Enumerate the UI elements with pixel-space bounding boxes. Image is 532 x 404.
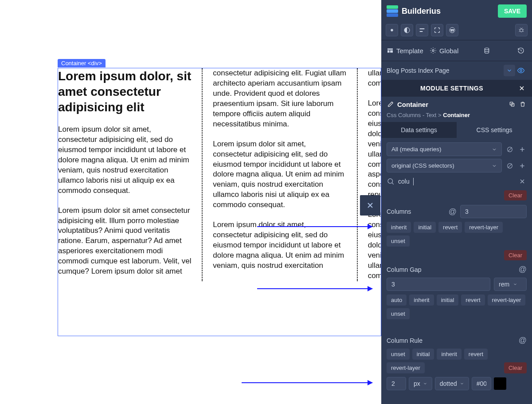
- svg-point-11: [520, 70, 522, 72]
- token-chip[interactable]: initial: [437, 294, 459, 306]
- apply-all-icon[interactable]: @: [449, 207, 457, 216]
- preview-button[interactable]: [515, 65, 527, 76]
- module-settings-header: MODULE SETTINGS: [381, 80, 532, 97]
- empty-set-icon[interactable]: [505, 161, 514, 170]
- columns-tokens: inherit initial revert revert-layer unse…: [387, 222, 527, 247]
- columns-label: Columns: [387, 208, 445, 215]
- annotation-arrow: [257, 288, 372, 289]
- token-chip[interactable]: revert: [438, 222, 462, 233]
- close-module-button[interactable]: [517, 83, 527, 93]
- token-chip[interactable]: auto: [387, 294, 407, 306]
- panel-topbar: Builderius SAVE: [381, 0, 532, 22]
- brand-logo: Builderius: [387, 5, 441, 17]
- columns-input[interactable]: [460, 205, 527, 218]
- token-chip[interactable]: revert: [461, 294, 485, 306]
- paragraph: Lorem ipsum dolor sit amet, consectetur …: [58, 125, 192, 196]
- gap-input[interactable]: [387, 278, 490, 291]
- gap-tokens: auto inherit initial revert revert-layer…: [387, 294, 527, 319]
- template-row: Template Global: [381, 40, 532, 61]
- selection-badge: Container <div>: [58, 59, 106, 67]
- template-link[interactable]: Template: [387, 47, 423, 55]
- rule-width-input[interactable]: [387, 377, 406, 390]
- token-chip[interactable]: initial: [412, 349, 434, 360]
- clear-rule-button[interactable]: Clear: [504, 362, 527, 373]
- heading: Lorem ipsum dolor, sit amet consectetur …: [58, 68, 192, 115]
- page-selector-row: Blog Posts Index Page: [381, 61, 532, 80]
- paragraph: Lorem ipsum dolor sit amet, consectetur …: [368, 210, 381, 281]
- expand-icon[interactable]: [431, 24, 443, 36]
- token-chip[interactable]: revert-layer: [387, 362, 425, 373]
- rule-style-select[interactable]: dotted: [435, 377, 469, 390]
- token-chip[interactable]: revert: [464, 349, 488, 360]
- global-link[interactable]: Global: [430, 47, 458, 55]
- empty-set-icon[interactable]: [505, 145, 514, 154]
- brand-name: Builderius: [402, 7, 441, 16]
- page-dropdown[interactable]: [504, 65, 515, 76]
- toolbar: [381, 22, 532, 40]
- annotation-arrow: [242, 382, 372, 383]
- gap-label: Column Gap: [387, 266, 515, 273]
- svg-rect-8: [390, 50, 393, 52]
- module-title-row: Container: [381, 97, 532, 112]
- copy-icon[interactable]: [508, 100, 516, 108]
- svg-point-16: [388, 179, 393, 184]
- plus-icon[interactable]: [518, 145, 527, 154]
- annotation-arrow: [257, 226, 372, 227]
- svg-point-5: [520, 29, 523, 32]
- canvas: Container <div> Lorem ipsum dolor, sit a…: [0, 0, 381, 404]
- plus-icon[interactable]: [518, 161, 527, 170]
- trash-icon[interactable]: [519, 100, 527, 108]
- pencil-icon[interactable]: [387, 100, 395, 108]
- history-icon[interactable]: [515, 45, 527, 56]
- token-chip[interactable]: revert-layer: [488, 294, 526, 306]
- wordpress-icon[interactable]: [446, 24, 458, 36]
- clear-columns-button[interactable]: Clear: [504, 190, 527, 200]
- media-query-select[interactable]: All (media queries): [387, 142, 502, 156]
- tab-data-settings[interactable]: Data settings: [381, 122, 457, 138]
- save-button[interactable]: SAVE: [498, 4, 527, 18]
- tab-css-settings[interactable]: CSS settings: [457, 122, 532, 138]
- svg-point-4: [450, 27, 455, 33]
- paragraph: Lorem ipsum dolor sit amet, consectetur …: [368, 98, 381, 200]
- svg-point-10: [485, 48, 489, 50]
- clear-gap-button[interactable]: Clear: [504, 250, 527, 260]
- rule-value-row: px dotted: [381, 377, 532, 390]
- module-name: Container: [397, 101, 428, 108]
- color-swatch[interactable]: [494, 377, 506, 390]
- logo-icon: [387, 5, 398, 17]
- rule-color-input[interactable]: [472, 377, 491, 390]
- breadcrumb: Css Columns - Text > Container: [381, 112, 532, 122]
- contrast-icon[interactable]: [401, 24, 413, 36]
- align-icon[interactable]: [416, 24, 428, 36]
- apply-all-icon[interactable]: @: [519, 336, 527, 345]
- prop-column-gap: Column Gap @ rem auto inherit initial re…: [381, 263, 532, 319]
- prop-column-rule: Column Rule @ unset initial inherit reve…: [381, 336, 532, 373]
- rule-tokens: unset initial inherit revert revert-laye…: [387, 349, 527, 373]
- database-icon[interactable]: [481, 45, 493, 56]
- token-chip[interactable]: unset: [387, 308, 410, 319]
- svg-rect-2: [420, 28, 425, 29]
- container-selected[interactable]: Lorem ipsum dolor, sit amet consectetur …: [58, 68, 381, 336]
- token-chip[interactable]: initial: [414, 222, 436, 233]
- token-chip[interactable]: unset: [387, 235, 410, 247]
- paragraph: Lorem ipsum dolor sit amet, consectetur …: [213, 139, 346, 211]
- css-selector-select[interactable]: original (CSS selectors): [387, 159, 502, 173]
- bug-icon[interactable]: [515, 24, 528, 36]
- token-chip[interactable]: revert-layer: [465, 222, 503, 233]
- container-content: Lorem ipsum dolor, sit amet consectetur …: [58, 68, 381, 281]
- property-search-input[interactable]: colu: [398, 178, 518, 185]
- close-overlay-button[interactable]: [360, 195, 380, 216]
- token-chip[interactable]: inherit: [387, 222, 411, 233]
- settings-tabs: Data settings CSS settings: [381, 122, 532, 138]
- token-chip[interactable]: inherit: [409, 294, 434, 306]
- token-chip[interactable]: inherit: [437, 349, 461, 360]
- svg-rect-7: [387, 50, 390, 52]
- gap-unit-select[interactable]: rem: [494, 278, 527, 291]
- apply-all-icon[interactable]: @: [519, 265, 527, 274]
- svg-point-0: [391, 29, 393, 31]
- svg-rect-6: [387, 48, 393, 50]
- rule-unit-select[interactable]: px: [409, 377, 432, 390]
- clear-search-icon[interactable]: [518, 177, 527, 186]
- token-chip[interactable]: unset: [387, 349, 410, 360]
- sun-icon[interactable]: [386, 24, 398, 36]
